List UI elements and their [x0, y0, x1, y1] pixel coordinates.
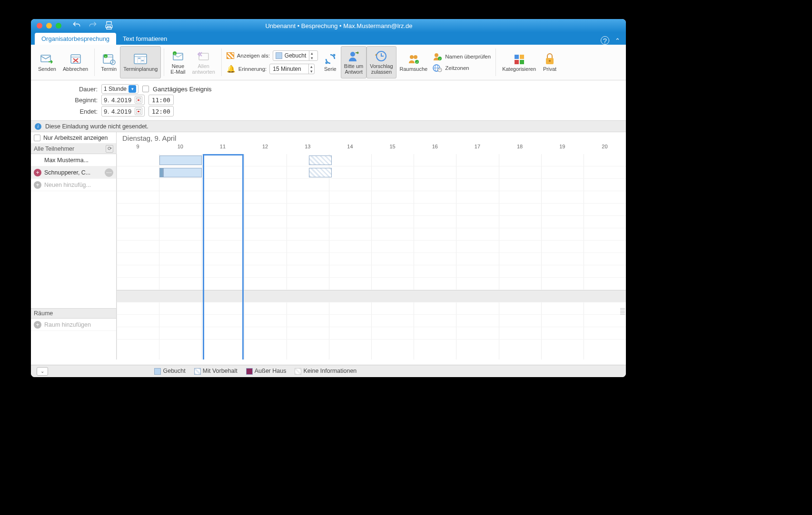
- dauer-select[interactable]: 1 Stunde▾: [101, 84, 139, 94]
- anzeigen-als-label: Anzeigen als:: [237, 53, 270, 58]
- day-header: Dienstag, 9. April: [117, 132, 626, 144]
- close-window-icon[interactable]: [37, 23, 42, 29]
- add-attendee-row[interactable]: +Neuen hinzufüg...: [31, 179, 116, 191]
- zoom-window-icon[interactable]: [56, 23, 61, 29]
- add-icon: +: [34, 321, 41, 329]
- raumsuche-button[interactable]: ✓Raumsuche: [396, 46, 431, 78]
- legend-gebucht: Gebucht: [154, 368, 185, 375]
- endet-time-input[interactable]: 12:00: [149, 106, 174, 117]
- beginnt-label: Beginnt:: [31, 97, 98, 104]
- namen-ueberpruefen-button[interactable]: ✓Namen überprüfen: [433, 52, 491, 61]
- erinnerung-label: Erinnerung:: [238, 66, 267, 72]
- globe-clock-icon: [433, 64, 442, 72]
- ribbon: Senden Abbrechen +Termin Terminplanung +…: [31, 45, 626, 80]
- hour-row: 910 1112 1314 1516 1718 1920: [117, 144, 626, 154]
- attendee-options-icon[interactable]: ⋯: [105, 168, 113, 177]
- abbrechen-button[interactable]: Abbrechen: [59, 46, 91, 78]
- tab-text-formatieren[interactable]: Text formatieren: [116, 33, 174, 45]
- ribbon-tabs: Organisatorbesprechung Text formatieren …: [31, 32, 626, 45]
- tentative-block: [309, 155, 331, 165]
- svg-point-22: [414, 55, 417, 59]
- scheduling-grid[interactable]: Dienstag, 9. April 910 1112 1314 1516 17…: [117, 132, 626, 360]
- svg-rect-33: [520, 55, 524, 59]
- availability-lane: [117, 166, 626, 179]
- attendee-row[interactable]: Max Musterma...: [31, 154, 116, 166]
- redo-icon[interactable]: [88, 20, 98, 31]
- svg-rect-14: [141, 60, 144, 61]
- undo-icon[interactable]: [72, 20, 81, 31]
- tab-organisatorbesprechung[interactable]: Organisatorbesprechung: [35, 33, 116, 45]
- add-icon: +: [34, 181, 41, 189]
- resize-grip-icon[interactable]: [620, 308, 625, 315]
- svg-rect-34: [515, 60, 519, 64]
- window-title: Unbenannt • Besprechung • Max.Mustermann…: [119, 22, 559, 29]
- beginnt-time-input[interactable]: 11:00: [149, 95, 174, 105]
- serie-button[interactable]: Serie: [320, 46, 341, 78]
- alle-teilnehmer-header: Alle Teilnehmer: [34, 146, 74, 152]
- required-attendee-icon: +: [34, 169, 41, 176]
- svg-rect-13: [138, 58, 140, 59]
- svg-text:+: +: [105, 55, 107, 58]
- calendar-icon[interactable]: [135, 107, 142, 115]
- bitte-um-antwort-button[interactable]: Bitte um Antwort: [341, 46, 366, 78]
- svg-rect-39: [138, 99, 139, 101]
- person-check-icon: ✓: [433, 52, 442, 61]
- attendee-sidebar: Nur Arbeitszeit anzeigen Alle Teilnehmer…: [31, 132, 117, 360]
- refresh-icon[interactable]: ⟳: [106, 145, 113, 153]
- legend-keine-info: Keine Informationen: [295, 368, 356, 375]
- endet-date-input[interactable]: 9. 4.2019: [101, 106, 145, 117]
- expand-button[interactable]: ⌄: [37, 367, 48, 376]
- workhours-label: Nur Arbeitszeit anzeigen: [43, 135, 108, 141]
- app-window: Unbenannt • Besprechung • Max.Mustermann…: [31, 19, 626, 377]
- show-as-icon: [227, 52, 234, 59]
- attendee-row[interactable]: +Schnupperer, C...⋯: [31, 166, 116, 179]
- zeitzonen-button[interactable]: Zeitzonen: [433, 64, 491, 72]
- add-room-row[interactable]: +Raum hinzufügen: [31, 319, 116, 331]
- title-bar: Unbenannt • Besprechung • Max.Mustermann…: [31, 19, 626, 32]
- calendar-icon[interactable]: [135, 96, 142, 104]
- beginnt-date-input[interactable]: 9. 4.2019: [101, 95, 145, 105]
- ganztag-checkbox[interactable]: [142, 86, 149, 92]
- print-icon[interactable]: [104, 20, 114, 31]
- tentative-block: [309, 168, 331, 177]
- collapse-ribbon-icon[interactable]: ⌃: [615, 37, 620, 44]
- workhours-checkbox[interactable]: [34, 135, 40, 141]
- info-bar: i Diese Einladung wurde nicht gesendet.: [31, 121, 626, 132]
- busy-block: [159, 155, 202, 165]
- bell-icon: 🔔: [227, 65, 236, 73]
- svg-point-25: [435, 53, 438, 57]
- busy-block: [159, 168, 164, 177]
- info-icon: i: [35, 123, 41, 130]
- window-controls: [31, 23, 67, 29]
- ganztag-label: Ganztägiges Ereignis: [153, 86, 212, 93]
- svg-point-21: [410, 55, 414, 59]
- minimize-window-icon[interactable]: [46, 23, 52, 29]
- kategorisieren-button[interactable]: Kategorisieren: [499, 46, 539, 78]
- busy-block: [163, 168, 201, 177]
- privat-button[interactable]: Privat: [539, 46, 560, 78]
- termin-button[interactable]: +Termin: [98, 46, 120, 78]
- senden-button[interactable]: Senden: [35, 46, 59, 78]
- help-icon[interactable]: ?: [601, 36, 609, 45]
- svg-point-37: [549, 60, 551, 62]
- scheduling-body: Nur Arbeitszeit anzeigen Alle Teilnehmer…: [31, 132, 626, 360]
- neue-email-button[interactable]: +Neue E-Mail: [167, 46, 188, 78]
- availability-lane: [117, 154, 626, 166]
- terminplanung-button[interactable]: Terminplanung: [120, 46, 161, 78]
- svg-rect-1: [71, 55, 80, 63]
- svg-text:✓: ✓: [439, 58, 441, 60]
- legend-vorbehalt: Mit Vorbehalt: [194, 368, 238, 375]
- svg-rect-32: [515, 55, 519, 59]
- legend-ausser-haus: Außer Haus: [246, 368, 287, 375]
- allen-antworten-button: Allen antworten: [189, 46, 218, 78]
- vorschlag-zulassen-button[interactable]: Vorschlag zulassen: [366, 46, 396, 78]
- availability-lanes: [117, 154, 626, 340]
- dauer-label: Dauer:: [31, 86, 98, 93]
- anzeigen-als-select[interactable]: Gebucht▴▾: [273, 50, 318, 61]
- info-text: Diese Einladung wurde nicht gesendet.: [45, 123, 149, 130]
- svg-rect-0: [41, 55, 50, 62]
- svg-point-19: [350, 52, 355, 57]
- svg-rect-41: [138, 111, 139, 112]
- quick-access: [67, 20, 119, 31]
- erinnerung-select[interactable]: 15 Minuten▴▾: [269, 64, 315, 74]
